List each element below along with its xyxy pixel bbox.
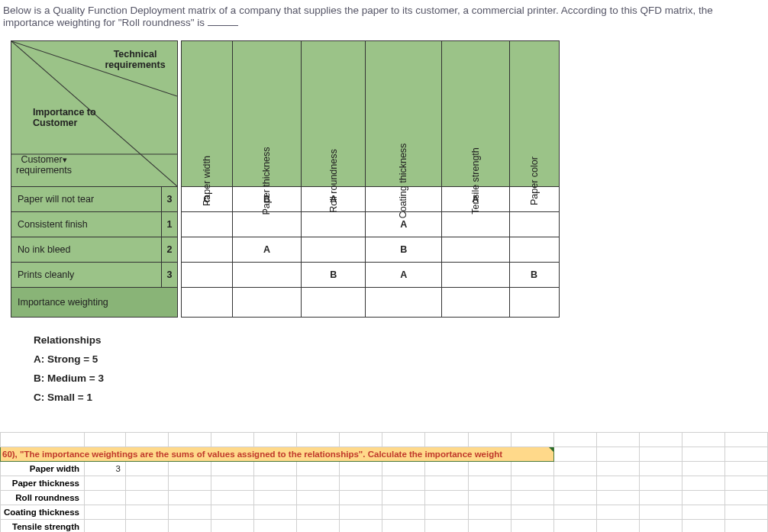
cust-req-label: No ink bleed (11, 237, 162, 263)
table-row: No ink bleed 2 A B (11, 237, 560, 263)
rel-cell (182, 237, 233, 263)
tech-col-paper-color: Paper color (509, 41, 559, 187)
ss-value[interactable] (85, 520, 126, 533)
spreadsheet-empty-row (1, 433, 768, 447)
cust-req-label: Consistent finish (11, 212, 162, 237)
ss-value[interactable]: 3 (85, 462, 126, 476)
spreadsheet-q60-row: 60), "The importance weightings are the … (1, 447, 768, 462)
importance-value: 2 (162, 237, 178, 263)
importance-to-customer-label: Importance to Customer (33, 107, 102, 128)
spreadsheet-row: Paper thickness (1, 476, 768, 491)
importance-value: 1 (162, 212, 178, 237)
ss-value[interactable] (85, 476, 126, 491)
rel-cell: B (509, 263, 559, 288)
rel-cell (233, 212, 302, 237)
rel-cell (301, 212, 365, 237)
ss-label[interactable]: Roll roundness (1, 491, 85, 505)
blank-line (208, 16, 238, 26)
tech-col-paper-thickness: Paper thickness (233, 41, 302, 187)
legend-b: B: Medium = 3 (34, 372, 768, 384)
legend-c: C: Small = 1 (34, 392, 768, 403)
ss-label[interactable]: Tensile strength (1, 520, 85, 533)
iw-cell (442, 288, 510, 318)
qfd-matrix: Technical requirements Importance to Cus… (11, 40, 768, 403)
ss-label[interactable]: Paper thickness (1, 476, 85, 491)
rel-cell: A (233, 237, 302, 263)
tech-col-paper-width: Paper width (182, 41, 233, 187)
importance-weighting-row: Importance weighting (11, 288, 560, 318)
rel-cell (442, 237, 510, 263)
rel-cell (301, 237, 365, 263)
question-text: Below is a Quality Function Deployment m… (0, 0, 768, 30)
cust-req-label: Paper will not tear (11, 187, 162, 212)
rel-cell (233, 263, 302, 288)
rel-cell (182, 212, 233, 237)
tech-col-coating-thickness: Coating thickness (366, 41, 442, 187)
spreadsheet: 60), "The importance weightings are the … (0, 432, 768, 532)
down-arrow-icon: ▾ (63, 155, 67, 164)
ss-label[interactable]: Paper width (1, 462, 85, 476)
spreadsheet-row: Coating thickness (1, 505, 768, 520)
importance-value: 3 (162, 187, 178, 212)
rel-cell: A (366, 263, 442, 288)
tech-req-label: Technical requirements (101, 49, 169, 70)
cust-req-label: Prints cleanly (11, 263, 162, 288)
iw-cell (301, 288, 365, 318)
importance-weighting-label: Importance weighting (11, 288, 178, 318)
iw-cell (233, 288, 302, 318)
qfd-header-diagonal: Technical requirements Importance to Cus… (11, 41, 178, 187)
rel-cell (509, 212, 559, 237)
table-row: Consistent finish 1 A (11, 212, 560, 237)
rel-cell (442, 212, 510, 237)
q60-cell[interactable]: 60), "The importance weightings are the … (1, 447, 554, 462)
question-body: Below is a Quality Function Deployment m… (3, 5, 713, 28)
iw-cell (366, 288, 442, 318)
tech-col-roll-roundness: Roll roundness (301, 41, 365, 187)
rel-cell (182, 263, 233, 288)
customer-req-label: Customer▾ requirements (16, 154, 72, 176)
table-row: Prints cleanly 3 B A B (11, 263, 560, 288)
spreadsheet-row: Tensile strength (1, 520, 768, 533)
rel-cell: B (366, 237, 442, 263)
rel-cell (442, 263, 510, 288)
spreadsheet-row: Roll roundness (1, 491, 768, 505)
iw-cell (509, 288, 559, 318)
spreadsheet-row: Paper width 3 (1, 462, 768, 476)
relationships-legend: Relationships A: Strong = 5 B: Medium = … (34, 334, 768, 403)
iw-cell (182, 288, 233, 318)
rel-cell (509, 237, 559, 263)
importance-value: 3 (162, 263, 178, 288)
legend-a: A: Strong = 5 (34, 353, 768, 365)
ss-value[interactable] (85, 491, 126, 505)
ss-label[interactable]: Coating thickness (1, 505, 85, 520)
tech-col-tensile-strength: Tensile strength (442, 41, 510, 187)
legend-title: Relationships (34, 334, 768, 346)
rel-cell: B (301, 263, 365, 288)
ss-value[interactable] (85, 505, 126, 520)
